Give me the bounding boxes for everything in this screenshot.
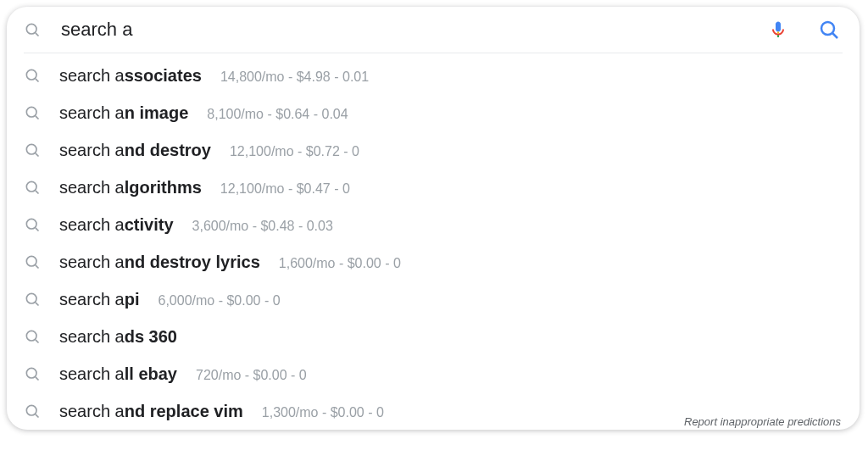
svg-line-9	[36, 153, 39, 157]
suggestion-stats: 1,300/mo - $0.00 - 0	[262, 405, 384, 420]
suggestion-completion: nd replace vim	[125, 402, 243, 421]
svg-line-13	[36, 228, 39, 231]
suggestion-prefix: search a	[59, 402, 125, 421]
svg-line-17	[36, 303, 39, 306]
suggestion-text: search activity3,600/mo - $0.48 - 0.03	[59, 215, 333, 235]
search-bar	[7, 7, 860, 53]
suggestion-prefix: search a	[59, 103, 125, 123]
suggestion-text: search and replace vim1,300/mo - $0.00 -…	[59, 402, 384, 421]
suggestion-item[interactable]: search ads 360	[7, 318, 860, 355]
suggestion-stats: 6,000/mo - $0.00 - 0	[159, 293, 281, 309]
suggestion-prefix: search a	[59, 290, 125, 309]
suggestion-completion: nd destroy	[125, 141, 211, 160]
suggestion-prefix: search a	[59, 66, 125, 86]
suggestion-stats: 720/mo - $0.00 - 0	[196, 368, 307, 383]
suggestion-text: search and destroy12,100/mo - $0.72 - 0	[59, 141, 359, 160]
suggestion-item[interactable]: search and destroy12,100/mo - $0.72 - 0	[7, 131, 860, 169]
search-button[interactable]	[819, 19, 839, 40]
svg-point-20	[26, 368, 36, 378]
svg-point-0	[26, 24, 36, 34]
suggestion-item[interactable]: search api6,000/mo - $0.00 - 0	[7, 281, 860, 318]
search-icon	[24, 403, 41, 420]
suggestion-item[interactable]: search associates14,800/mo - $4.98 - 0.0…	[7, 57, 860, 94]
svg-line-5	[36, 79, 39, 82]
search-icon	[24, 21, 41, 38]
suggestion-text: search api6,000/mo - $0.00 - 0	[59, 290, 281, 309]
svg-point-12	[26, 219, 36, 229]
svg-point-18	[26, 331, 36, 341]
suggestion-item[interactable]: search algorithms12,100/mo - $0.47 - 0	[7, 169, 860, 206]
suggestion-completion: ll ebay	[125, 364, 177, 384]
suggestion-stats: 14,800/mo - $4.98 - 0.01	[220, 69, 369, 85]
suggestion-prefix: search a	[59, 364, 125, 384]
svg-line-3	[832, 33, 837, 38]
svg-point-16	[26, 293, 36, 303]
svg-line-11	[36, 191, 39, 194]
svg-point-2	[821, 22, 834, 35]
svg-point-4	[26, 69, 36, 80]
suggestion-completion: n image	[125, 103, 189, 123]
svg-point-10	[26, 181, 36, 192]
svg-point-8	[26, 144, 36, 154]
suggestion-stats: 3,600/mo - $0.48 - 0.03	[192, 219, 333, 234]
svg-point-6	[26, 107, 36, 117]
svg-line-15	[36, 265, 39, 269]
search-icon	[24, 104, 41, 121]
suggestion-item[interactable]: search and destroy lyrics1,600/mo - $0.0…	[7, 243, 860, 281]
svg-point-14	[26, 256, 36, 266]
svg-line-1	[36, 33, 39, 36]
suggestion-list: search associates14,800/mo - $4.98 - 0.0…	[7, 53, 860, 430]
suggestion-completion: lgorithms	[125, 178, 202, 197]
suggestion-completion: ssociates	[125, 66, 202, 86]
suggestion-item[interactable]: search activity3,600/mo - $0.48 - 0.03	[7, 206, 860, 243]
suggestion-stats: 12,100/mo - $0.47 - 0	[220, 181, 350, 197]
search-box: search associates14,800/mo - $4.98 - 0.0…	[7, 7, 860, 430]
svg-line-7	[36, 116, 39, 120]
search-input[interactable]	[59, 18, 768, 42]
mic-icon[interactable]	[768, 19, 788, 40]
suggestion-prefix: search a	[59, 215, 125, 235]
suggestion-prefix: search a	[59, 178, 125, 197]
suggestion-completion: pi	[125, 290, 140, 309]
suggestion-completion: nd destroy lyrics	[125, 253, 260, 272]
suggestion-item[interactable]: search all ebay720/mo - $0.00 - 0	[7, 355, 860, 392]
report-link[interactable]: Report inappropriate predictions	[684, 415, 841, 428]
search-icon	[24, 67, 41, 84]
suggestion-stats: 8,100/mo - $0.64 - 0.04	[207, 107, 348, 122]
suggestion-stats: 12,100/mo - $0.72 - 0	[230, 144, 359, 159]
search-icon	[24, 142, 41, 158]
svg-line-21	[36, 377, 39, 381]
suggestion-prefix: search a	[59, 141, 125, 160]
search-icon	[24, 216, 41, 233]
search-icon	[24, 253, 41, 270]
suggestion-prefix: search a	[59, 327, 125, 347]
suggestion-item[interactable]: search an image8,100/mo - $0.64 - 0.04	[7, 94, 860, 131]
search-icon	[24, 291, 41, 308]
search-icon	[24, 365, 41, 382]
svg-point-22	[26, 405, 36, 415]
suggestion-stats: 1,600/mo - $0.00 - 0	[279, 256, 401, 271]
suggestion-text: search an image8,100/mo - $0.64 - 0.04	[59, 103, 348, 123]
suggestion-text: search and destroy lyrics1,600/mo - $0.0…	[59, 253, 401, 272]
svg-line-19	[36, 340, 39, 343]
suggestion-completion: ds 360	[125, 327, 177, 347]
suggestion-text: search associates14,800/mo - $4.98 - 0.0…	[59, 66, 369, 86]
suggestion-text: search algorithms12,100/mo - $0.47 - 0	[59, 178, 350, 197]
suggestion-completion: ctivity	[125, 215, 174, 235]
search-icon	[24, 328, 41, 345]
suggestion-prefix: search a	[59, 253, 125, 272]
search-icon	[24, 179, 41, 196]
svg-line-23	[36, 414, 39, 418]
suggestion-text: search ads 360	[59, 327, 196, 347]
suggestion-text: search all ebay720/mo - $0.00 - 0	[59, 364, 307, 384]
